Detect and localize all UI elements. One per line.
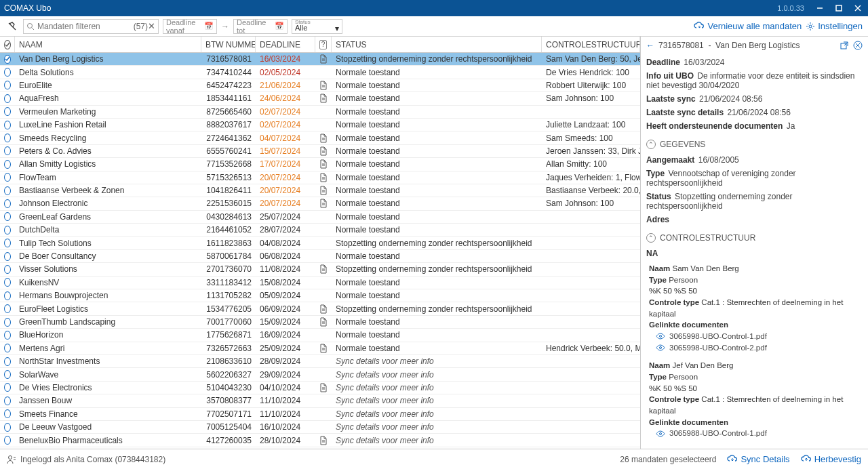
table-row[interactable]: Mertens Agri732657266325/09/2024Normale … [0, 342, 640, 355]
eye-icon[interactable] [656, 344, 665, 351]
row-checkbox[interactable] [0, 158, 15, 170]
table-row[interactable]: NorthStar Investments210863361028/09/202… [0, 355, 640, 368]
linked-document[interactable]: 3065988-UBO-Control-1.pdf [656, 428, 863, 439]
table-row[interactable]: LuxeLine Fashion Retail888203761702/07/2… [0, 119, 640, 131]
open-external-icon[interactable] [840, 41, 849, 50]
settings-button[interactable]: Instellingen [806, 21, 863, 31]
column-deadline[interactable]: DEADLINE↓ [256, 37, 315, 52]
row-doc-icon[interactable] [315, 171, 332, 184]
row-checkbox[interactable] [0, 329, 15, 341]
row-checkbox[interactable] [0, 289, 15, 302]
table-row[interactable]: BeneluxBio Pharmaceuticals412726003528/1… [0, 434, 640, 447]
row-doc-icon[interactable] [315, 53, 332, 65]
maximize-button[interactable] [833, 2, 845, 14]
table-row[interactable]: DutchDelta216446105228/07/2024Normale to… [0, 224, 640, 237]
row-checkbox[interactable] [0, 171, 15, 184]
row-checkbox[interactable] [0, 408, 15, 420]
row-checkbox[interactable] [0, 447, 15, 449]
row-checkbox[interactable] [0, 316, 15, 328]
reconfirm-button[interactable]: Herbevestig [801, 454, 861, 464]
row-checkbox[interactable] [0, 382, 15, 394]
row-checkbox[interactable] [0, 79, 15, 91]
refresh-all-button[interactable]: Vernieuw alle mandaten [694, 21, 802, 31]
table-row[interactable]: GreenThumb Landscaping700177006015/09/20… [0, 316, 640, 329]
table-row[interactable]: FlowTeam571532651320/07/2024Normale toes… [0, 171, 640, 184]
row-doc-icon[interactable] [315, 316, 332, 328]
row-checkbox[interactable] [0, 302, 15, 314]
column-doc[interactable]: ? [315, 37, 332, 52]
row-checkbox[interactable] [0, 106, 15, 118]
row-doc-icon[interactable] [315, 158, 332, 170]
table-row[interactable]: Allan Smitty Logistics771535266817/07/20… [0, 158, 640, 171]
table-row[interactable]: Van Den Berg Logistics731657808116/03/20… [0, 53, 640, 66]
table-row[interactable]: De Leeuw Vastgoed700512540416/10/2024Syn… [0, 421, 640, 434]
row-doc-icon[interactable] [315, 92, 332, 104]
table-row[interactable]: Bastiaanse Verbeek & Zonen104182641120/0… [0, 184, 640, 197]
section-gegevens[interactable]: ⌃ GEGEVENS [646, 136, 863, 153]
table-row[interactable]: De Vries Electronics510404323004/10/2024… [0, 382, 640, 394]
column-name[interactable]: NAAM [15, 37, 201, 52]
table-row[interactable]: Smeets Finance770250717111/10/2024Sync d… [0, 408, 640, 421]
deadline-to-input[interactable]: Deadline tot 📅 [233, 19, 288, 34]
table-row[interactable]: Hermans Bouwprojecten113170528205/09/202… [0, 289, 640, 302]
row-checkbox[interactable] [0, 421, 15, 433]
linked-document[interactable]: 3065998-UBO-Control-1.pdf [656, 331, 863, 342]
row-checkbox[interactable] [0, 197, 15, 209]
table-row[interactable]: BlueHorizon177562687116/09/2024Normale t… [0, 329, 640, 342]
table-row[interactable]: De Boer Consultancy587006178406/08/2024N… [0, 250, 640, 263]
eye-icon[interactable] [656, 430, 665, 437]
sync-details-button[interactable]: Sync Details [727, 454, 789, 464]
table-row[interactable]: Janssen Bouw357080837711/10/2024Sync det… [0, 394, 640, 407]
row-checkbox[interactable] [0, 342, 15, 354]
table-row[interactable]: KuikensNV331118341215/08/2024Normale toe… [0, 277, 640, 289]
table-row[interactable]: AquaFresh185344116124/06/2024Normale toe… [0, 92, 640, 105]
column-status[interactable]: STATUS [332, 37, 542, 52]
table-row[interactable]: GreenLeaf Gardens043028461325/07/2024Nor… [0, 211, 640, 224]
row-doc-icon[interactable] [315, 342, 332, 354]
row-checkbox[interactable] [0, 145, 15, 157]
table-row[interactable]: Johnson Electronic225153601520/07/2024No… [0, 197, 640, 210]
clear-filter-icon[interactable]: ✕ [148, 21, 155, 31]
row-checkbox[interactable] [0, 368, 15, 380]
row-doc-icon[interactable] [315, 131, 332, 144]
row-checkbox[interactable] [0, 237, 15, 249]
table-row[interactable]: Peters & Co. Advies655576024115/07/2024N… [0, 145, 640, 158]
row-checkbox[interactable] [0, 211, 15, 223]
row-doc-icon[interactable] [315, 79, 332, 91]
minimize-button[interactable] [814, 2, 826, 14]
row-checkbox[interactable] [0, 184, 15, 197]
close-panel-icon[interactable] [853, 41, 863, 50]
table-row[interactable]: EuroElite645247422321/06/2024Normale toe… [0, 79, 640, 92]
linked-document[interactable]: 3065998-UBO-Control-2.pdf [656, 342, 863, 354]
row-checkbox[interactable] [0, 394, 15, 407]
table-row[interactable]: Smeeds Recycling272464136204/07/2024Norm… [0, 131, 640, 144]
pin-filter-icon[interactable] [5, 20, 19, 33]
deadline-from-input[interactable]: Deadline vanaf 📅 [163, 19, 217, 34]
table-row[interactable]: EuroFleet Logistics153477620506/09/2024S… [0, 302, 640, 315]
close-button[interactable] [852, 2, 864, 14]
row-doc-icon[interactable] [315, 434, 332, 446]
back-arrow-icon[interactable]: ← [646, 41, 654, 50]
column-control[interactable]: CONTROLESTRUCTUUR [542, 37, 640, 52]
filter-input-box[interactable]: (57) ✕ [23, 19, 159, 34]
table-row[interactable]: SolarWave560220632729/09/2024Sync detail… [0, 368, 640, 381]
row-doc-icon[interactable] [315, 263, 332, 275]
row-checkbox[interactable] [0, 250, 15, 262]
filter-input[interactable] [37, 22, 112, 31]
row-checkbox[interactable] [0, 263, 15, 275]
table-row[interactable]: Delta Solutions734741024402/05/2024Norma… [0, 66, 640, 79]
column-btw[interactable]: BTW NUMMER [201, 37, 256, 52]
status-dropdown[interactable]: Status Alle ▾ [292, 19, 342, 34]
row-checkbox[interactable] [0, 434, 15, 446]
row-doc-icon[interactable] [315, 184, 332, 197]
row-doc-icon[interactable] [315, 145, 332, 157]
row-doc-icon[interactable] [315, 197, 332, 209]
table-row[interactable]: Vermeulen Marketing872566546002/07/2024N… [0, 106, 640, 119]
row-checkbox[interactable] [0, 355, 15, 367]
section-control[interactable]: ⌃ CONTROLESTRUCTUUR [646, 229, 863, 247]
row-checkbox[interactable] [0, 66, 15, 78]
eye-icon[interactable] [656, 333, 665, 340]
row-checkbox[interactable] [0, 131, 15, 144]
table-row[interactable]: Visser Solutions270173607011/08/2024Stop… [0, 263, 640, 276]
row-checkbox[interactable] [0, 119, 15, 131]
